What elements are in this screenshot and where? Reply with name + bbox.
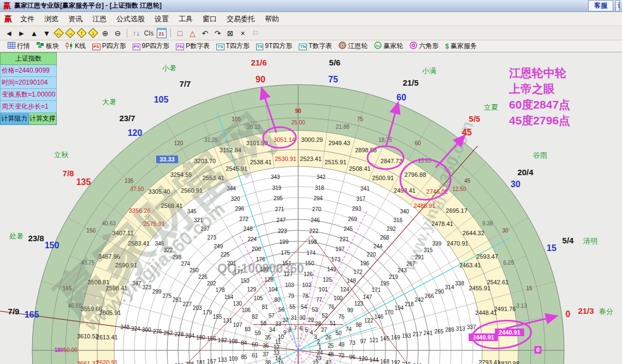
back-arrow-button[interactable]: ◄ xyxy=(3,28,15,39)
spiral-number: 340 xyxy=(400,208,409,214)
forward-arrow-button[interactable]: ► xyxy=(16,28,27,39)
rotate-cw-button[interactable]: ↷ xyxy=(212,28,223,39)
spiral-number: 23 xyxy=(315,355,322,361)
outer-label: 45 xyxy=(462,128,472,137)
calc-support-button[interactable]: 计算支撑 xyxy=(29,113,57,125)
calendar-button[interactable]: 21 xyxy=(156,28,167,39)
pan-up-button[interactable]: ↑ xyxy=(76,28,87,38)
highlight-value: 2440.91 xyxy=(472,334,494,341)
panel-row-2: 变换系数=1.00000 xyxy=(0,89,57,101)
calc-resistance-button[interactable]: 计算阻力 xyxy=(0,113,29,125)
price-ring-inner-value: 2523.41 xyxy=(300,156,322,162)
down-arrow-button[interactable]: ▼ xyxy=(41,28,52,39)
spiral-number: 105 xyxy=(254,295,263,301)
price-ring-outer-value: 2491.76 xyxy=(494,306,516,312)
spiral-number: 250 xyxy=(189,267,199,273)
ribbon-item-K线[interactable]: K线 xyxy=(62,41,89,51)
up-arrow-button[interactable]: ▲ xyxy=(28,28,40,39)
spiral-number: 195 xyxy=(380,281,389,287)
updown-button[interactable]: ↑↓ xyxy=(131,28,142,39)
spiral-number: 202 xyxy=(207,281,216,287)
menu-item-4[interactable]: 公式选股 xyxy=(111,13,150,26)
spiral-number: 266 xyxy=(425,293,434,299)
spiral-number: 194 xyxy=(394,305,404,311)
degree-label: 180 xyxy=(55,347,64,353)
ribbon-item-六角形[interactable]: 六角形 xyxy=(406,41,442,51)
customer-service-button[interactable]: 客服 xyxy=(588,0,613,11)
degree-label: 15 xyxy=(526,285,533,291)
outer-label: 21/5 xyxy=(402,78,418,87)
badge-icon: T9 xyxy=(256,42,263,50)
subdegree-label: 37.50 xyxy=(131,186,144,192)
spiral-number: 181 xyxy=(196,360,205,364)
menu-item-2[interactable]: 资讯 xyxy=(63,13,87,26)
price-ring-inner-value: 2500.91 xyxy=(372,175,394,181)
panel-row-0: 价格=2440.9099 xyxy=(0,65,57,77)
zoom-in-button[interactable]: ⊕ xyxy=(99,28,111,39)
ribbon-item-P数字表[interactable]: PNP数字表 xyxy=(173,41,213,51)
ribbon-item-T数字表[interactable]: TNT数字表 xyxy=(295,41,335,51)
spiral-number: 174 xyxy=(306,250,316,256)
ribbon-label: T数字表 xyxy=(309,41,332,51)
spiral-number: 337 xyxy=(467,324,476,330)
price-ring-inner-value: 2455.91 xyxy=(469,285,490,291)
pan-right-button[interactable]: → xyxy=(65,28,75,38)
rect-tool-button[interactable]: □ xyxy=(174,28,186,39)
spiral-number: 205 xyxy=(185,361,194,364)
ribbon-item-赢家轮[interactable]: Big赢家轮 xyxy=(371,41,406,51)
ribbon-item-T四方形[interactable]: TST四方形 xyxy=(213,41,253,51)
box-x-tool-button[interactable]: ⊠ xyxy=(224,28,236,39)
spiral-number: 324 xyxy=(131,326,140,332)
ribbon-item-赢家服务[interactable]: $赢家服务 xyxy=(442,41,480,51)
pan-down-button[interactable]: ↓ xyxy=(88,28,98,38)
ribbon-item-9P四方形[interactable]: P99P四方形 xyxy=(129,41,173,51)
spiral-number: 146 xyxy=(374,314,383,320)
menu-item-6[interactable]: 工具 xyxy=(174,13,198,26)
menu-item-0[interactable]: 文件 xyxy=(15,13,39,26)
zoom-out-button[interactable]: ⊖ xyxy=(112,28,123,39)
spiral-number: 228 xyxy=(175,331,184,337)
menu-item-9[interactable]: 帮助 xyxy=(260,13,284,26)
degree-label: 135 xyxy=(125,178,134,184)
spiral-number: 75 xyxy=(339,314,345,320)
spiral-number: 27 xyxy=(321,327,328,333)
kline-icon xyxy=(66,42,73,51)
menu-item-3[interactable]: 江恩 xyxy=(87,13,111,26)
triangle-tool-button[interactable]: △ xyxy=(187,28,198,39)
cross-tool-button[interactable]: × xyxy=(237,28,248,39)
cls-button[interactable]: Cls xyxy=(143,28,155,39)
flag-tool-button[interactable]: ⚐ xyxy=(250,28,261,39)
spiral-number: 295 xyxy=(274,195,283,201)
spiral-number: 108 xyxy=(229,338,238,344)
spiral-number: 98 xyxy=(356,322,362,328)
outer-label: 60 xyxy=(396,93,406,102)
ribbon-item-P四方形[interactable]: PSP四方形 xyxy=(89,41,129,51)
spiral-number: 156 xyxy=(207,336,216,342)
spiral-number: 193 xyxy=(402,333,411,339)
spiral-number: 168 xyxy=(380,359,389,364)
rotate-ccw-button[interactable]: ↶ xyxy=(199,28,211,39)
spiral-number: 85 xyxy=(241,354,247,360)
pan-left-button[interactable]: ← xyxy=(54,28,64,38)
ribbon-item-9T四方形[interactable]: T99T四方形 xyxy=(253,41,295,51)
spiral-number: 171 xyxy=(371,287,381,293)
ribbon-label: 板块 xyxy=(46,41,59,51)
menu-item-1[interactable]: 浏览 xyxy=(39,13,63,26)
spiral-number: 106 xyxy=(241,307,251,313)
gann-wheel-canvas[interactable]: 1234567891011121314152223242526272829303… xyxy=(0,52,622,364)
outer-label: 小满 xyxy=(422,67,436,75)
blocks-icon xyxy=(37,42,44,50)
ribbon-item-江恩轮[interactable]: 江恩轮 xyxy=(335,41,371,51)
spiral-number: 7 xyxy=(294,325,297,331)
partial-edge-button[interactable]: 设 xyxy=(615,0,620,11)
spiral-number: 175 xyxy=(281,250,290,256)
ribbon-item-行情[interactable]: 行情 xyxy=(4,41,33,51)
menu-item-5[interactable]: 设置 xyxy=(150,13,174,26)
ribbon-item-板块[interactable]: 板块 xyxy=(33,41,62,51)
spiral-number: 82 xyxy=(252,314,258,320)
outer-label: 0 xyxy=(566,309,571,319)
menu-item-7[interactable]: 窗口 xyxy=(198,13,222,26)
badge-icon: P9 xyxy=(133,42,140,50)
outer-label: 23/8 xyxy=(28,234,44,243)
menu-item-8[interactable]: 交易委托 xyxy=(222,13,260,26)
